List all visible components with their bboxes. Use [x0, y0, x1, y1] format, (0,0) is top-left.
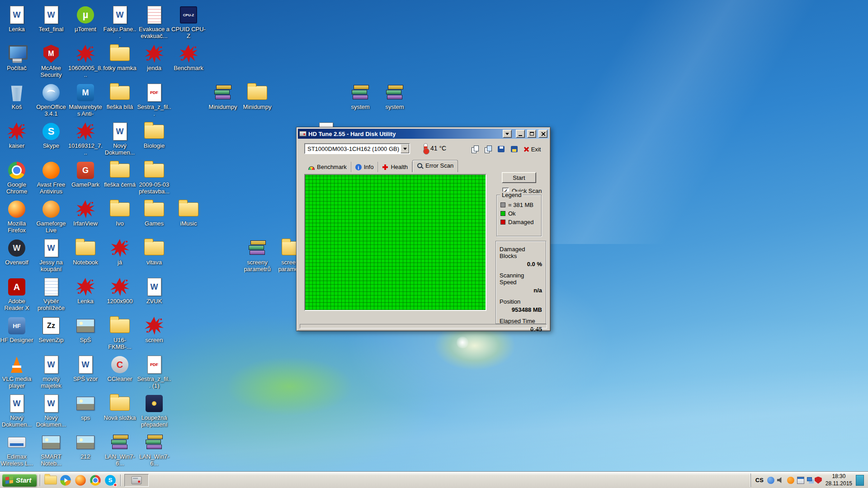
clock[interactable]: 18:30 28.11.2015 — [826, 473, 852, 487]
desktop-icon[interactable]: sps — [68, 393, 103, 432]
desktop-icon[interactable]: SpŠ — [68, 315, 103, 354]
desktop-icon[interactable]: fotky mamka — [103, 43, 137, 82]
desktop-icon[interactable]: vltava — [137, 238, 171, 277]
accessibility-icon[interactable] — [767, 477, 774, 484]
desktop-icon[interactable]: Výběr prohlížeče — [34, 277, 68, 315]
desktop-icon[interactable]: SPŠ vzor — [68, 354, 103, 393]
desktop-icon[interactable]: Biologie — [137, 121, 171, 160]
desktop-icon[interactable]: ZVUK — [137, 277, 171, 315]
volume-icon[interactable] — [777, 477, 784, 484]
tray-edge-icon[interactable] — [856, 475, 864, 486]
desktop-icon[interactable]: 2009-05-03 přestavba... — [137, 160, 171, 199]
desktop-icon[interactable]: Games — [137, 199, 171, 238]
desktop-icon[interactable]: Avast Free Antivirus — [34, 160, 68, 199]
security-icon[interactable] — [815, 477, 822, 484]
desktop-icon[interactable]: Adobe Reader X — [0, 277, 34, 315]
tab-error-scan[interactable]: Error Scan — [412, 160, 458, 172]
close-button[interactable] — [538, 130, 547, 138]
desktop-icon[interactable]: screeny parametrů — [240, 238, 274, 277]
language-indicator[interactable]: CS — [755, 477, 764, 483]
desktop-icon[interactable]: GamePark — [68, 160, 103, 199]
tab-info[interactable]: Info — [351, 162, 378, 172]
dropdown-arrow-icon[interactable] — [401, 144, 409, 153]
desktop-icon[interactable]: Počítač — [0, 43, 34, 82]
window-titlebar[interactable]: HD Tune 2.55 - Hard Disk Utility — [298, 129, 549, 139]
tab-benchmark[interactable]: Benchmark — [304, 162, 351, 172]
desktop-icon[interactable]: Ivo — [103, 199, 137, 238]
desktop-icon[interactable]: Nový Dokumen... — [34, 393, 68, 432]
desktop-icon[interactable]: Evakuace a evakuač... — [137, 5, 171, 43]
network-icon[interactable] — [807, 477, 812, 481]
quicklaunch-firefox[interactable] — [74, 474, 87, 487]
desktop-icon[interactable]: µTorrent — [68, 5, 103, 43]
desktop-icon[interactable]: Lenka — [68, 277, 103, 315]
desktop-icon[interactable]: Benchmark — [171, 43, 206, 82]
desktop-icon[interactable]: Google Chrome — [0, 160, 34, 199]
copy-button[interactable] — [469, 143, 481, 155]
minimize-button[interactable] — [516, 130, 525, 138]
screenshot-button[interactable] — [482, 143, 494, 155]
desktop-icon[interactable]: CPUID CPU-Z — [171, 5, 206, 43]
desktop-icon[interactable]: Koš — [0, 82, 34, 121]
desktop-icon[interactable]: fleška bílá — [103, 82, 137, 121]
rollup-button[interactable] — [503, 130, 512, 138]
taskbar-app-hdtune[interactable] — [124, 474, 149, 487]
desktop-icon[interactable]: Fakju.Pane... — [103, 5, 137, 43]
drive-select[interactable]: ST1000DM003-1CH162 (1000 GB) — [304, 143, 410, 154]
desktop-icon[interactable]: LAN_Win7-6... — [137, 432, 171, 471]
desktop-icon[interactable]: Text_final — [34, 5, 68, 43]
desktop-icon[interactable]: Minidumpy — [206, 82, 240, 121]
desktop-icon[interactable]: 212 — [68, 432, 103, 471]
desktop-icon[interactable]: Nový Dokumen... — [0, 393, 34, 432]
desktop-icon[interactable]: Minidumpy — [240, 82, 274, 121]
desktop-icon[interactable]: Malwarebytes Anti-Malware — [68, 82, 103, 121]
desktop-icon[interactable]: VLC media player — [0, 354, 34, 393]
desktop-icon[interactable]: SevenZip — [34, 315, 68, 354]
desktop-icon[interactable]: Mozilla Firefox — [0, 199, 34, 238]
desktop-icon[interactable]: movitý majetek — [34, 354, 68, 393]
desktop-icon[interactable]: Nový Dokumen... — [103, 121, 137, 160]
error-scan-grid[interactable] — [304, 174, 486, 311]
desktop-icon[interactable]: McAfee Security Sc... — [34, 43, 68, 82]
desktop-icon[interactable]: Sestra_z_fil... — [137, 82, 171, 121]
desktop-icon[interactable]: OpenOffice 3.4.1 — [34, 82, 68, 121]
start-menu-button[interactable]: Start — [2, 474, 37, 487]
desktop-icon[interactable]: Nová složka — [103, 393, 137, 432]
desktop-icon[interactable]: fleška černá — [103, 160, 137, 199]
desktop-icon[interactable]: iMusic — [171, 199, 206, 238]
quicklaunch-explorer[interactable] — [44, 474, 57, 487]
desktop-icon[interactable]: 1200x900 — [103, 277, 137, 315]
desktop-icon[interactable]: HF Designer — [0, 315, 34, 354]
app-window-icon[interactable] — [797, 477, 804, 484]
quicklaunch-skype[interactable] — [104, 474, 117, 487]
maximize-button[interactable] — [527, 130, 536, 138]
tab-health[interactable]: Health — [378, 162, 412, 172]
desktop-icon[interactable]: Lenka — [0, 5, 34, 43]
desktop-icon[interactable]: 10169312_7... — [68, 121, 103, 160]
desktop-icon[interactable]: Skype — [34, 121, 68, 160]
desktop-icon[interactable]: LAN_Win7-6... — [103, 432, 137, 471]
desktop-icon[interactable]: IrfanView — [68, 199, 103, 238]
save-button[interactable] — [495, 143, 507, 155]
desktop-icon[interactable]: Sestra_z_fil... (1) — [137, 354, 171, 393]
desktop-icon[interactable]: jenda — [137, 43, 171, 82]
desktop-icon[interactable]: Gameforge Live — [34, 199, 68, 238]
desktop-icon[interactable]: Loupežná přepadení — [137, 393, 171, 432]
desktop-icon[interactable]: U16-FKMB-... — [103, 315, 137, 354]
save-image-button[interactable] — [508, 143, 520, 155]
desktop-icon[interactable]: Overwolf — [0, 238, 34, 277]
quicklaunch-chrome[interactable] — [89, 474, 102, 487]
desktop-icon[interactable]: kaiser — [0, 121, 34, 160]
desktop-icon[interactable]: CCleaner — [103, 354, 137, 393]
desktop-icon[interactable]: já — [103, 238, 137, 277]
quicklaunch-media-player[interactable] — [59, 474, 72, 487]
desktop-icon[interactable]: Notebook — [68, 238, 103, 277]
desktop-icon[interactable]: 10609005_8... — [68, 43, 103, 82]
avast-icon[interactable] — [787, 477, 794, 484]
exit-button[interactable]: Exit — [519, 143, 545, 155]
desktop-icon[interactable]: screen — [137, 315, 171, 354]
desktop-icon[interactable]: system — [377, 82, 412, 121]
desktop-icon[interactable]: system — [343, 82, 377, 121]
start-scan-button[interactable]: Start — [502, 172, 536, 183]
desktop-icon[interactable]: SMART Noteb... — [34, 432, 68, 471]
